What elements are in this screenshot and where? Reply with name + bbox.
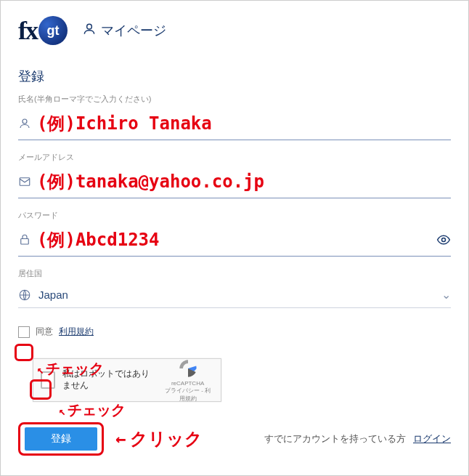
logo-gt-badge: gt [38,16,68,45]
svg-rect-2 [20,178,30,186]
lock-icon [18,233,31,246]
logo-fx-text: fx [18,15,37,46]
password-field-group: パスワード (例)Abcd1234 [18,210,451,257]
name-example-annotation: (例)Ichiro Tanaka [37,112,212,135]
email-field-group: メールアドレス (例)tanaka@yahoo.co.jp [18,152,451,198]
mypage-label: マイページ [101,22,166,39]
name-input[interactable]: (例)Ichiro Tanaka [18,108,451,140]
footer-row: 登録 ← クリック すでにアカウントを持っている方 ログイン [18,422,451,456]
recaptcha-checkbox[interactable] [41,371,55,389]
mail-icon [18,175,31,188]
recaptcha-label: 私はロボットではありません [62,368,155,391]
country-value: Japan [38,289,68,301]
password-example-annotation: (例)Abcd1234 [37,228,160,251]
register-button[interactable]: 登録 [25,427,97,451]
agree-checkbox[interactable] [18,326,30,338]
svg-point-0 [87,24,92,29]
header: fx gt マイページ [18,15,451,46]
page-title: 登録 [18,68,451,85]
password-input[interactable]: (例)Abcd1234 [18,224,451,257]
terms-link[interactable]: 利用規約 [59,326,94,338]
chevron-down-icon: ⌄ [441,288,451,302]
name-field-label: 氏名(半角ローマ字でご入力ください) [18,94,451,105]
country-select[interactable]: Japan ⌄ [18,282,451,308]
annotation-check-2: チェック [59,400,126,420]
globe-icon [18,289,31,302]
user-icon [82,22,97,40]
email-example-annotation: (例)tanaka@yahoo.co.jp [37,170,264,193]
agree-text: 同意 [36,326,53,338]
email-input[interactable]: (例)tanaka@yahoo.co.jp [18,166,451,198]
name-field-group: 氏名(半角ローマ字でご入力ください) (例)Ichiro Tanaka [18,94,451,140]
svg-rect-3 [21,239,29,245]
agree-row: 同意 利用規約 [18,326,451,338]
fxgt-logo: fx gt [18,15,68,46]
mypage-link[interactable]: マイページ [82,22,166,40]
recaptcha-brand: reCAPTCHA プライバシー - 利用規約 [162,358,213,403]
country-field-label: 居住国 [18,268,451,279]
annotation-highlight-agree [15,344,33,361]
recaptcha-widget: 私はロボットではありません reCAPTCHA プライバシー - 利用規約 [33,358,221,402]
user-icon [18,117,31,130]
svg-point-4 [442,238,446,242]
login-link[interactable]: ログイン [413,433,451,444]
show-password-icon[interactable] [436,233,451,247]
arrow-left-icon: ← [115,429,126,449]
svg-point-1 [23,119,27,124]
already-have-account: すでにアカウントを持っている方 ログイン [264,432,451,445]
country-field-group: 居住国 Japan ⌄ [18,268,451,308]
annotation-click: ← クリック [115,427,203,451]
annotation-highlight-register: 登録 [18,422,104,456]
email-field-label: メールアドレス [18,152,451,163]
password-field-label: パスワード [18,210,451,221]
